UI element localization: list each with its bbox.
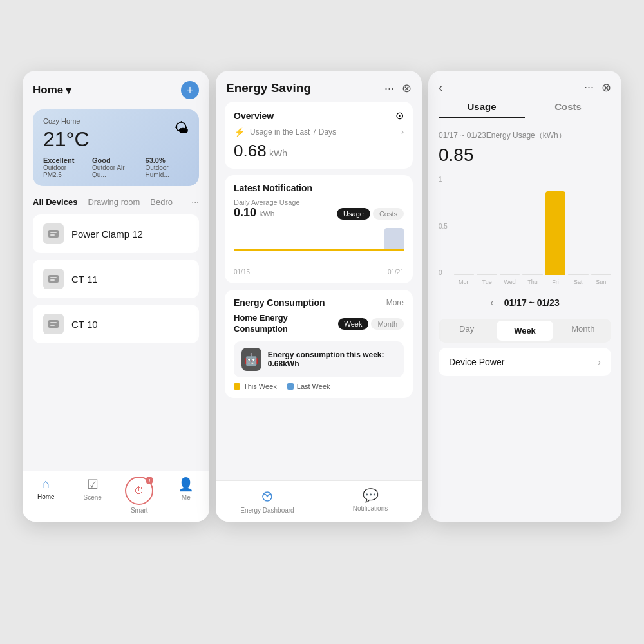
energy-dashboard-icon: [260, 488, 274, 505]
energy-title: Energy Saving: [226, 81, 311, 95]
device-icon-power-clamp: [43, 223, 64, 244]
stat-air: Good Outdoor Air Qu...: [92, 156, 135, 178]
nav-scene[interactable]: ☑ Scene: [70, 477, 117, 514]
daily-unit: kWh: [260, 209, 275, 218]
last-week-label: Last Week: [297, 383, 330, 390]
tab-usage[interactable]: Usage: [439, 101, 525, 118]
date-end: 01/21: [388, 269, 404, 276]
bar-mon-fill: [454, 274, 474, 275]
x-label-fri: Fri: [545, 279, 565, 285]
home-energy-row: Home EnergyConsumption Week Month: [234, 313, 404, 335]
daily-value-row: 0.10 kWh: [234, 206, 300, 220]
tab-all-devices[interactable]: All Devices: [33, 197, 77, 207]
tab-costs[interactable]: Costs: [525, 101, 611, 118]
chevron-right-icon: ›: [401, 128, 404, 137]
tab-drawing-room[interactable]: Drawing room: [88, 197, 140, 207]
home-header: Home ▾ +: [23, 71, 209, 104]
energy-dashboard-tab[interactable]: Energy Dashboard: [216, 488, 319, 514]
date-range-text: 01/17 ~ 01/23Energy Usage（kWh）: [439, 131, 566, 140]
device-icon-ct11: [43, 269, 64, 289]
tab-bedroom[interactable]: Bedro: [150, 197, 173, 207]
x-label-mon: Mon: [454, 279, 474, 285]
notification-title: Latest Notification: [234, 183, 312, 193]
list-item[interactable]: Power Clamp 12: [33, 214, 199, 253]
energy-item-text: Energy consumption this week: 0.68kWh: [268, 350, 396, 368]
bar-mon: [454, 176, 474, 275]
usage-tab-button[interactable]: Usage: [337, 208, 370, 220]
usage-costs-tabs: Usage Costs: [337, 208, 404, 220]
settings-icon[interactable]: ⊙: [395, 109, 404, 122]
costs-tab-button[interactable]: Costs: [373, 208, 404, 220]
stat-pm25: Excellent Outdoor PM2.5: [43, 156, 82, 178]
usage-row[interactable]: ⚡ Usage in the Last 7 Days ›: [234, 127, 404, 137]
lightning-icon: ⚡: [234, 127, 245, 137]
location-label: Cozy Home: [43, 117, 189, 125]
device-tabs: All Devices Drawing room Bedro ···: [23, 191, 209, 212]
month-period-tab[interactable]: Month: [555, 319, 611, 343]
smart-nav-label: Smart: [131, 507, 148, 514]
svg-rect-3: [48, 275, 59, 283]
nav-me[interactable]: 👤 Me: [163, 477, 210, 514]
consumption-header: Energy Consumption More: [234, 298, 404, 308]
x-label-thu: Thu: [522, 279, 542, 285]
temperature-display: 21°C: [43, 128, 90, 151]
device-name-ct10: CT 10: [71, 319, 98, 330]
date-start: 01/15: [234, 269, 250, 276]
more-options-icon[interactable]: ···: [384, 82, 394, 95]
usage-value-row: 0.68 kWh: [234, 141, 404, 161]
usage-header-icons: ··· ⊗: [584, 80, 611, 95]
period-tab-bar: Day Week Month: [439, 319, 611, 343]
home-title[interactable]: Home ▾: [33, 84, 71, 97]
chart-line: [234, 249, 404, 251]
me-nav-icon: 👤: [178, 477, 194, 492]
month-tab-button[interactable]: Month: [371, 318, 404, 330]
this-week-dot: [234, 383, 240, 390]
day-period-tab[interactable]: Day: [439, 319, 495, 343]
weather-stats: Excellent Outdoor PM2.5 Good Outdoor Air…: [43, 156, 189, 178]
notification-header: Latest Notification: [234, 183, 404, 193]
x-label-tue: Tue: [477, 279, 497, 285]
more-options-icon[interactable]: ···: [584, 80, 594, 94]
daily-usage: Daily Average Usage 0.10 kWh: [234, 198, 300, 220]
me-nav-label: Me: [182, 494, 191, 501]
notification-chart: [234, 225, 404, 263]
chart-bar: [384, 228, 404, 251]
device-power-row[interactable]: Device Power ›: [439, 348, 611, 376]
close-icon[interactable]: ⊗: [601, 80, 611, 95]
prev-period-button[interactable]: ‹: [490, 297, 493, 308]
usage-costs-screen: ‹ ··· ⊗ Usage Costs 01/17 ~ 01/23Energy …: [428, 71, 621, 522]
bar-sun-fill: [591, 274, 611, 275]
add-button[interactable]: +: [181, 81, 199, 99]
week-tab-button[interactable]: Week: [338, 318, 369, 330]
y-label-05: 0.5: [439, 223, 448, 230]
bar-tue-fill: [477, 274, 497, 275]
close-icon[interactable]: ⊗: [402, 81, 412, 95]
chevron-down-icon: ▾: [66, 84, 71, 97]
bar-sat: [568, 176, 588, 275]
weather-card: Cozy Home 21°C 🌤 Excellent Outdoor PM2.5…: [33, 109, 199, 186]
energy-header: Energy Saving ··· ⊗: [216, 71, 422, 102]
tabs-more-icon[interactable]: ···: [191, 196, 199, 207]
week-period-tab[interactable]: Week: [497, 321, 553, 341]
chart-y-axis: 1 0.5 0: [439, 176, 448, 276]
notifications-tab[interactable]: 💬 Notifications: [319, 488, 422, 514]
more-link[interactable]: More: [386, 298, 404, 307]
chart-bars: [454, 176, 611, 276]
bar-sun: [591, 176, 611, 275]
device-name-ct11: CT 11: [71, 274, 98, 285]
energy-bottom-tabs: Energy Dashboard 💬 Notifications: [216, 480, 422, 522]
bar-fri-fill: [545, 191, 565, 275]
energy-dashboard-label: Energy Dashboard: [240, 507, 294, 514]
notification-section: Latest Notification Daily Average Usage …: [225, 175, 413, 283]
x-label-sat: Sat: [568, 279, 588, 285]
back-button[interactable]: ‹: [439, 80, 443, 95]
nav-smart[interactable]: ⏱ ! Smart: [116, 477, 163, 514]
current-period-label: 01/17 ~ 01/23: [504, 298, 560, 308]
list-item[interactable]: CT 10: [33, 305, 199, 343]
device-power-chevron-icon: ›: [598, 357, 601, 367]
overview-header: Overview ⊙: [234, 109, 404, 122]
nav-home[interactable]: ⌂ Home: [23, 477, 70, 514]
list-item[interactable]: CT 11: [33, 260, 199, 298]
stat-humidity: 63.0% Outdoor Humid...: [146, 156, 189, 178]
svg-rect-2: [50, 234, 55, 236]
